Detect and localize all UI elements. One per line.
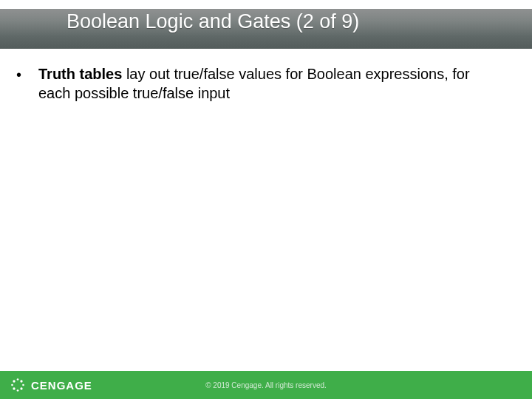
bullet-bold: Truth tables [38, 66, 122, 82]
bullet-marker: • [16, 65, 38, 103]
svg-point-6 [11, 384, 13, 386]
title-bar: Boolean Logic and Gates (2 of 9) [0, 9, 532, 49]
bullet-item: • Truth tables lay out true/false values… [16, 65, 502, 103]
footer-bar: © 2019 Cengage. All rights reserved. [0, 371, 532, 399]
svg-point-1 [20, 380, 22, 382]
cengage-icon [10, 378, 25, 392]
svg-point-2 [13, 387, 15, 389]
bullet-text: Truth tables lay out true/false values f… [38, 65, 502, 103]
copyright-text: © 2019 Cengage. All rights reserved. [0, 381, 532, 389]
content-area: • Truth tables lay out true/false values… [16, 65, 502, 103]
svg-point-0 [13, 380, 15, 382]
slide-title: Boolean Logic and Gates (2 of 9) [66, 10, 359, 33]
svg-point-4 [17, 378, 19, 381]
svg-point-7 [22, 384, 24, 386]
svg-point-3 [20, 387, 22, 389]
slide: Boolean Logic and Gates (2 of 9) • Truth… [0, 0, 532, 399]
svg-point-5 [17, 389, 19, 392]
